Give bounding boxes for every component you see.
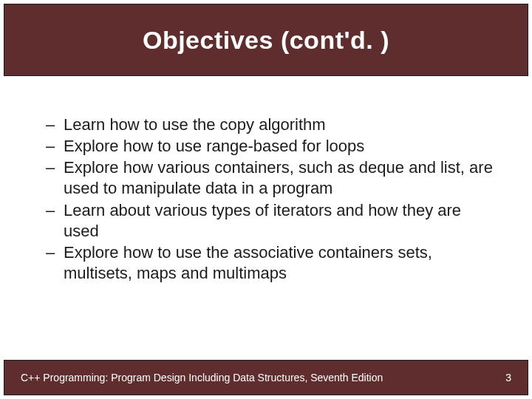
bullet-text: Learn how to use the copy algorithm [64,115,495,135]
slide-title: Objectives (cont'd. ) [143,26,389,55]
bullet-text: Explore how to use the associative conta… [64,242,495,284]
list-item: – Explore how to use the associative con… [44,242,495,284]
bullet-dash-icon: – [44,242,64,263]
bullet-text: Learn about various types of iterators a… [64,200,495,242]
footer-page-number: 3 [505,372,511,383]
content-area: – Learn how to use the copy algorithm – … [44,115,495,284]
list-item: – Explore how various containers, such a… [44,157,495,199]
bullet-list: – Learn how to use the copy algorithm – … [44,115,495,284]
bullet-dash-icon: – [44,157,64,178]
footer-book-title: C++ Programming: Program Design Includin… [21,372,383,383]
list-item: – Learn how to use the copy algorithm [44,115,495,135]
title-band: Objectives (cont'd. ) [4,4,528,76]
list-item: – Explore how to use range-based for loo… [44,136,495,157]
bullet-dash-icon: – [44,115,64,135]
footer-band: C++ Programming: Program Design Includin… [4,360,528,395]
list-item: – Learn about various types of iterators… [44,200,495,242]
bullet-dash-icon: – [44,136,64,157]
slide: Objectives (cont'd. ) – Learn how to use… [0,0,532,399]
bullet-text: Explore how to use range-based for loops [64,136,495,157]
bullet-text: Explore how various containers, such as … [64,157,495,199]
bullet-dash-icon: – [44,200,64,221]
